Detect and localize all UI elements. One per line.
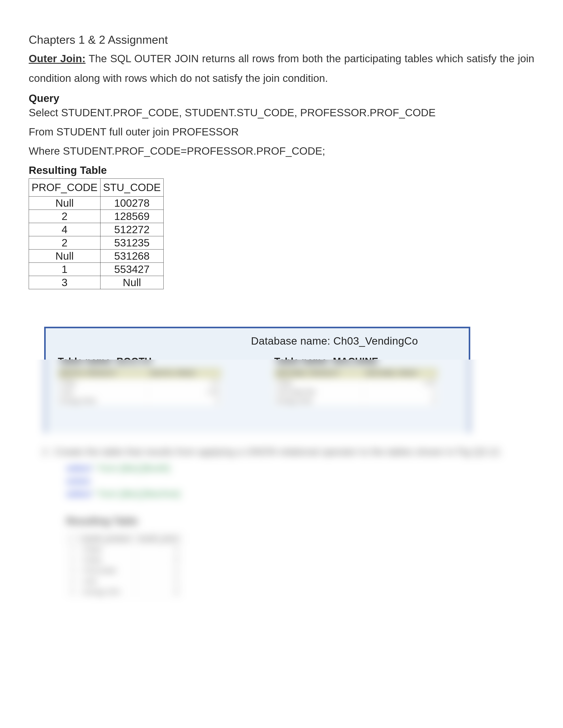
table-row: 1553427 (29, 263, 164, 276)
outer-join-term: Outer Join: (29, 53, 86, 64)
booth-card: Table name: BOOTH BOOTH_PRODUCTBOOTH_PRI… (58, 356, 221, 405)
outer-join-paragraph: Outer Join: The SQL OUTER JOIN returns a… (29, 49, 534, 88)
booth-title: Table name: BOOTH (58, 356, 221, 367)
sql-block: select * from [dbo].[Booth] union select… (66, 462, 534, 500)
question-2-block: 2. Create the table that results from ap… (42, 446, 534, 597)
machine-card: Table name: MACHINE MACHINE_PRODUCTMACHI… (274, 356, 438, 405)
question-text: Create the table that results from apply… (54, 446, 502, 457)
resulting-table-label: Resulting Table (29, 164, 534, 176)
database-name: Database name: Ch03_VendingCo (58, 335, 457, 347)
table-row: Null100278 (29, 196, 164, 210)
table-row: 2128569 (29, 210, 164, 223)
machine-title: Table name: MACHINE (274, 356, 438, 367)
table-row: 3Null (29, 276, 164, 289)
question-number: 2. (42, 446, 53, 457)
result-header-prof: PROF_CODE (29, 178, 100, 196)
table-row: 2531235 (29, 236, 164, 249)
query-line-3: Where STUDENT.PROF_CODE=PROFESSOR.PROF_C… (29, 145, 534, 157)
table-row: 4512272 (29, 223, 164, 236)
table-row: Null531268 (29, 249, 164, 263)
query-line-1: Select STUDENT.PROF_CODE, STUDENT.STU_CO… (29, 107, 534, 119)
page-title: Chapters 1 & 2 Assignment (29, 33, 534, 46)
resulting-table-2-label: Resulting Table (66, 516, 534, 527)
resulting-table-2: booth_product booth_price 1Chips1 2Chips… (66, 533, 182, 597)
outer-join-desc: The SQL OUTER JOIN returns all rows from… (29, 53, 534, 84)
database-figure: Database name: Ch03_VendingCo Table name… (44, 327, 470, 433)
machine-table: MACHINE_PRODUCTMACHINE_PRICE Chips1.25 C… (274, 368, 438, 405)
query-label: Query (29, 92, 534, 104)
query-line-2: From STUDENT full outer join PROFESSOR (29, 126, 534, 138)
result-header-stu: STU_CODE (100, 178, 163, 196)
booth-table: BOOTH_PRODUCTBOOTH_PRICE Chips1.5 Cola1.… (58, 368, 221, 405)
result-table: PROF_CODE STU_CODE Null100278 2128569 45… (29, 178, 164, 289)
